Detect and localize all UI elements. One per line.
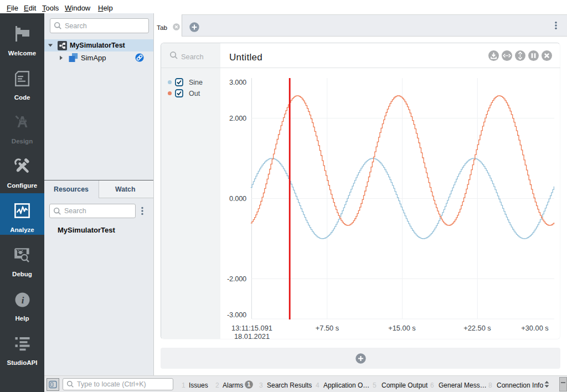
svg-text:1: 1 bbox=[248, 381, 251, 388]
svg-text:i: i bbox=[22, 295, 24, 306]
